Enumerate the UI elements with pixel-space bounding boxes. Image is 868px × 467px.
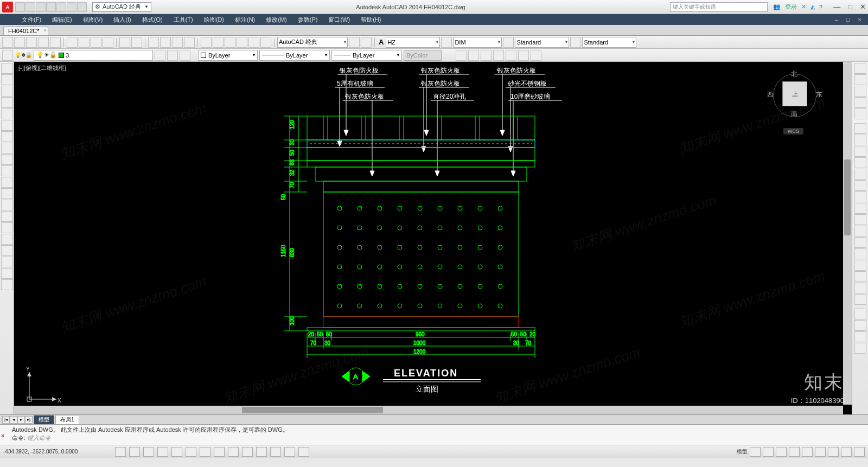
menu-tools[interactable]: 工具(T) bbox=[168, 16, 199, 24]
viewcube[interactable]: 北 南 西 东 上 WCS bbox=[765, 67, 825, 138]
tool-toolpal-icon[interactable] bbox=[225, 37, 235, 48]
tool-spline-icon[interactable] bbox=[1, 154, 13, 165]
status-grid-icon[interactable] bbox=[129, 447, 140, 457]
tablestyle-dropdown[interactable]: Standard▾ bbox=[515, 37, 569, 48]
tool-xline-icon[interactable] bbox=[1, 74, 13, 85]
mod-array-icon[interactable] bbox=[854, 169, 866, 180]
tool-new-icon[interactable] bbox=[2, 37, 13, 48]
tool-hatch-icon[interactable] bbox=[1, 222, 13, 233]
nav-orbit-icon[interactable] bbox=[854, 97, 866, 108]
nav-zoomext-icon[interactable] bbox=[854, 86, 866, 97]
tool-copy-icon[interactable] bbox=[79, 37, 90, 48]
tool-arc-icon[interactable] bbox=[1, 120, 13, 131]
menu-modify[interactable]: 修改(M) bbox=[260, 16, 292, 24]
command-line[interactable]: × Autodesk DWG。 此文件上次由 Autodesk 应用程序或 Au… bbox=[0, 424, 868, 445]
draworder-4-icon[interactable] bbox=[854, 343, 866, 354]
view-tool-1-icon[interactable] bbox=[456, 50, 467, 61]
view-tool-5-icon[interactable] bbox=[506, 50, 516, 61]
status-tpy-icon[interactable] bbox=[256, 447, 267, 457]
view-tool-7-icon[interactable] bbox=[531, 50, 541, 61]
qat-plot-icon[interactable] bbox=[56, 2, 66, 12]
tool-block-icon[interactable] bbox=[1, 200, 13, 210]
mod-scale-icon[interactable] bbox=[854, 203, 866, 214]
tool-sheetset-icon[interactable] bbox=[237, 37, 247, 48]
tab-nav-last-icon[interactable]: ▸| bbox=[25, 416, 33, 424]
mod-rotate-icon[interactable] bbox=[854, 191, 866, 202]
tool-redo-icon[interactable] bbox=[131, 37, 142, 48]
workspace-selector[interactable]: ⚙ AutoCAD 经典 ▼ bbox=[92, 2, 151, 12]
lineweight-dropdown[interactable]: ByLayer▾ bbox=[331, 50, 402, 61]
tab-nav-prev-icon[interactable]: ◂ bbox=[10, 416, 17, 424]
signin-button[interactable]: 登录 bbox=[785, 3, 797, 11]
mod-offset-icon[interactable] bbox=[854, 157, 866, 168]
qat-saveas-icon[interactable] bbox=[46, 2, 56, 12]
tool-zoom-icon[interactable] bbox=[160, 37, 171, 48]
tool-matchprop-icon[interactable] bbox=[103, 37, 113, 48]
window-maximize-button[interactable]: □ bbox=[848, 3, 852, 11]
qat-save-icon[interactable] bbox=[36, 2, 46, 12]
tool-addselected-icon[interactable] bbox=[1, 279, 13, 290]
mod-copy-icon[interactable] bbox=[854, 135, 866, 145]
viewcube-west[interactable]: 西 bbox=[767, 90, 774, 99]
tool-ws-settings-icon[interactable] bbox=[349, 37, 360, 48]
tool-gradient-icon[interactable] bbox=[1, 234, 13, 245]
dimstyle-dropdown[interactable]: DIM▾ bbox=[453, 37, 502, 48]
status-snap-icon[interactable] bbox=[115, 447, 126, 457]
menu-edit[interactable]: 编辑(E) bbox=[47, 16, 78, 24]
status-r4-icon[interactable] bbox=[802, 447, 813, 457]
tool-plot-icon[interactable] bbox=[38, 37, 49, 48]
tool-paste-icon[interactable] bbox=[91, 37, 101, 48]
status-r5-icon[interactable] bbox=[815, 447, 826, 457]
qat-undo-icon[interactable] bbox=[67, 2, 76, 12]
tab-layout1[interactable]: 布局1 bbox=[55, 415, 79, 425]
ucs-icon[interactable]: X Y bbox=[24, 367, 62, 405]
menu-window[interactable]: 窗口(W) bbox=[323, 16, 355, 24]
tool-pline-icon[interactable] bbox=[1, 86, 13, 97]
tool-rectangle-icon[interactable] bbox=[1, 108, 13, 119]
status-ortho-icon[interactable] bbox=[143, 447, 154, 457]
help-icon[interactable]: ? bbox=[819, 4, 822, 10]
tool-qcalc-icon[interactable] bbox=[260, 37, 271, 48]
a360-icon[interactable]: 👥 bbox=[773, 3, 781, 10]
layer-dropdown[interactable]: 💡☀🔓3 bbox=[34, 50, 153, 61]
stayconnected-icon[interactable]: ◭ bbox=[810, 3, 815, 10]
mleaderstyle-dropdown[interactable]: Standard▾ bbox=[582, 37, 636, 48]
nav-showmotion-icon[interactable] bbox=[854, 108, 866, 119]
viewcube-wcs[interactable]: WCS bbox=[783, 128, 803, 135]
layer-iso-icon[interactable] bbox=[180, 50, 190, 61]
mod-mirror-icon[interactable] bbox=[854, 146, 866, 157]
view-tool-2-icon[interactable] bbox=[468, 50, 479, 61]
status-r7-icon[interactable] bbox=[841, 447, 852, 457]
tool-mleaderstyle-icon[interactable] bbox=[570, 37, 581, 48]
tool-dcenter-icon[interactable] bbox=[213, 37, 224, 48]
tool-ellipsearc-icon[interactable] bbox=[1, 177, 13, 188]
status-lwt-icon[interactable] bbox=[242, 447, 253, 457]
tool-save-icon[interactable] bbox=[26, 37, 37, 48]
mod-chamfer-icon[interactable] bbox=[854, 271, 866, 282]
tool-region-icon[interactable] bbox=[1, 245, 13, 256]
mod-trim-icon[interactable] bbox=[854, 226, 866, 236]
tool-open-icon[interactable] bbox=[14, 37, 25, 48]
tool-point-icon[interactable] bbox=[1, 211, 13, 222]
color-dropdown[interactable]: ByLayer▾ bbox=[198, 50, 258, 61]
mod-break-icon[interactable] bbox=[854, 248, 866, 259]
draworder-3-icon[interactable] bbox=[854, 331, 866, 342]
tool-zoomwin-icon[interactable] bbox=[172, 37, 183, 48]
tool-line-icon[interactable] bbox=[1, 63, 13, 74]
status-r6-icon[interactable] bbox=[828, 447, 839, 457]
mod-erase-icon[interactable] bbox=[854, 123, 866, 134]
draworder-1-icon[interactable] bbox=[854, 309, 866, 319]
mod-explode-icon[interactable] bbox=[854, 294, 866, 305]
app-logo-icon[interactable]: A bbox=[2, 2, 13, 12]
horizontal-scrollbar[interactable] bbox=[14, 406, 843, 414]
mod-fillet-icon[interactable] bbox=[854, 283, 866, 293]
vertical-scrollbar[interactable] bbox=[843, 62, 852, 405]
menu-file[interactable]: 文件(F) bbox=[16, 16, 47, 24]
status-model-label[interactable]: 模型 bbox=[737, 448, 748, 456]
tool-zoomprev-icon[interactable] bbox=[184, 37, 195, 48]
nav-pan-icon[interactable] bbox=[854, 74, 866, 85]
menu-help[interactable]: 帮助(H) bbox=[355, 16, 386, 24]
layer-manager-icon[interactable] bbox=[2, 50, 13, 61]
menu-insert[interactable]: 插入(I) bbox=[108, 16, 136, 24]
status-otrack-icon[interactable] bbox=[200, 447, 210, 457]
